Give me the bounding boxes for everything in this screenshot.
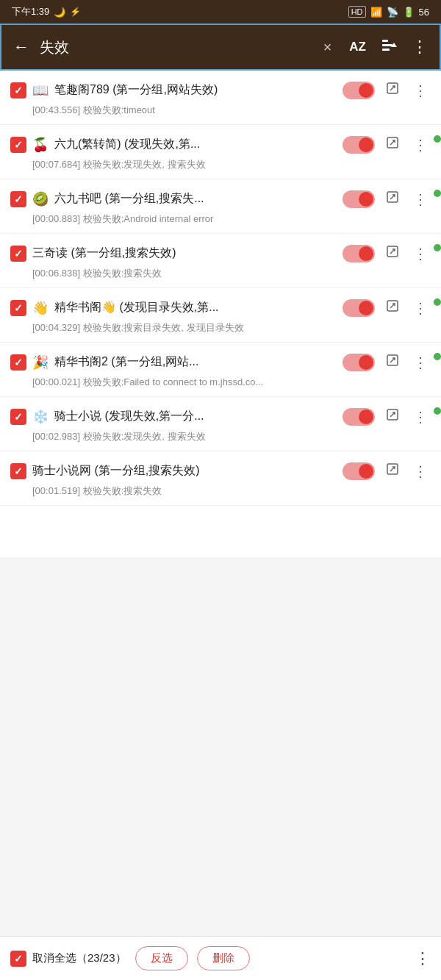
list-item: 🍒 六九(繁转简) (发现失效,第... ⋮ [00:07.684] 校验失败:… bbox=[0, 125, 441, 179]
svg-line-17 bbox=[390, 412, 395, 417]
item-more-button[interactable]: ⋮ bbox=[410, 352, 431, 373]
item-toggle[interactable] bbox=[343, 462, 375, 480]
item-row-main: 📖 笔趣阁789 (第一分组,网站失效) ⋮ bbox=[10, 79, 431, 101]
item-toggle[interactable] bbox=[343, 299, 375, 317]
item-timestamp: [00:01.519] bbox=[32, 485, 80, 496]
item-title: 笔趣阁789 (第一分组,网站失效) bbox=[54, 82, 337, 98]
invert-selection-button[interactable]: 反选 bbox=[135, 946, 188, 970]
item-more-button[interactable]: ⋮ bbox=[410, 298, 431, 318]
item-more-button[interactable]: ⋮ bbox=[410, 189, 431, 210]
toggle-knob bbox=[359, 409, 373, 424]
item-edit-button[interactable] bbox=[381, 351, 404, 373]
item-checkbox[interactable] bbox=[10, 463, 26, 479]
clear-button[interactable]: × bbox=[318, 36, 338, 59]
item-timestamp: [00:06.838] bbox=[32, 268, 80, 279]
back-button[interactable]: ← bbox=[10, 35, 32, 60]
toggle-knob bbox=[359, 83, 373, 98]
item-error-row: [00:02.983] 校验失败:发现失效, 搜索失效 bbox=[10, 430, 431, 443]
item-emoji: 🎉 bbox=[32, 354, 49, 371]
item-checkbox[interactable] bbox=[10, 354, 26, 371]
item-row-main: 三奇读 (第一分组,搜索失效) ⋮ bbox=[10, 243, 431, 264]
hd-label: HD bbox=[348, 6, 366, 18]
toggle-knob bbox=[359, 246, 373, 261]
item-error-row: [00:06.838] 校验失败:搜索失效 bbox=[10, 267, 431, 280]
status-left: 下午1:39 🌙 ⚡ bbox=[12, 5, 81, 18]
battery-level: 56 bbox=[419, 7, 429, 18]
svg-line-19 bbox=[390, 467, 395, 471]
item-title: 骑士小说网 (第一分组,搜索失效) bbox=[32, 463, 337, 479]
item-edit-button[interactable] bbox=[381, 406, 404, 427]
item-timestamp: [00:00.021] bbox=[32, 376, 80, 387]
green-status-dot bbox=[434, 407, 441, 415]
sort-icon[interactable] bbox=[378, 35, 401, 60]
item-error-row: [00:43.556] 校验失败:timeout bbox=[10, 104, 431, 117]
items-list: 📖 笔趣阁789 (第一分组,网站失效) ⋮ [00:43.556] 校验失败:… bbox=[0, 71, 441, 557]
item-edit-button[interactable] bbox=[381, 460, 404, 482]
item-more-button[interactable]: ⋮ bbox=[410, 407, 431, 427]
list-item: 骑士小说网 (第一分组,搜索失效) ⋮ [00:01.519] 校验失败:搜索失… bbox=[0, 451, 441, 506]
item-checkbox[interactable] bbox=[10, 137, 26, 153]
item-error: 校验失败:搜索目录失效, 发现目录失效 bbox=[83, 322, 244, 333]
item-error-row: [00:07.684] 校验失败:发现失效, 搜索失效 bbox=[10, 158, 431, 171]
item-emoji: 🍒 bbox=[32, 137, 49, 153]
item-more-button[interactable]: ⋮ bbox=[410, 80, 431, 101]
svg-rect-1 bbox=[382, 44, 392, 46]
toggle-knob bbox=[359, 137, 373, 152]
list-item: 🥝 六九书吧 (第一分组,搜索失... ⋮ [00:00.883] 校验失败:A… bbox=[0, 179, 441, 234]
item-row-main: ❄️ 骑士小说 (发现失效,第一分... ⋮ bbox=[10, 406, 431, 427]
item-more-button[interactable]: ⋮ bbox=[410, 135, 431, 155]
svg-line-15 bbox=[390, 358, 395, 362]
select-all-checkbox[interactable] bbox=[10, 951, 26, 967]
item-error-row: [00:04.329] 校验失败:搜索目录失效, 发现目录失效 bbox=[10, 321, 431, 335]
toggle-knob bbox=[359, 301, 373, 315]
select-all-wrap[interactable]: 取消全选（23/23） bbox=[10, 951, 126, 967]
item-edit-button[interactable] bbox=[381, 79, 404, 101]
green-status-dot bbox=[434, 353, 441, 360]
item-error-row: [00:01.519] 校验失败:搜索失效 bbox=[10, 484, 431, 498]
time-display: 下午1:39 bbox=[12, 5, 49, 18]
item-toggle[interactable] bbox=[343, 190, 375, 208]
item-checkbox[interactable] bbox=[10, 191, 26, 207]
item-checkbox[interactable] bbox=[10, 409, 26, 425]
item-more-button[interactable]: ⋮ bbox=[410, 243, 431, 264]
item-toggle[interactable] bbox=[343, 354, 375, 371]
item-toggle[interactable] bbox=[343, 245, 375, 262]
item-edit-button[interactable] bbox=[381, 243, 404, 264]
item-edit-button[interactable] bbox=[381, 297, 404, 318]
svg-rect-0 bbox=[382, 40, 388, 42]
green-status-dot bbox=[434, 244, 441, 251]
item-edit-button[interactable] bbox=[381, 134, 404, 155]
item-timestamp: [00:00.883] bbox=[32, 213, 80, 224]
item-checkbox[interactable] bbox=[10, 246, 26, 262]
item-row-main: 骑士小说网 (第一分组,搜索失效) ⋮ bbox=[10, 460, 431, 482]
svg-line-5 bbox=[390, 86, 395, 90]
item-row-main: 🎉 精华书阁2 (第一分组,网站... ⋮ bbox=[10, 351, 431, 373]
item-timestamp: [00:07.684] bbox=[32, 159, 80, 170]
item-checkbox[interactable] bbox=[10, 300, 26, 316]
item-more-button[interactable]: ⋮ bbox=[410, 461, 431, 482]
item-timestamp: [00:02.983] bbox=[32, 431, 80, 442]
item-title: 六九(繁转简) (发现失效,第... bbox=[54, 137, 337, 152]
item-toggle[interactable] bbox=[343, 408, 375, 426]
item-error: 校验失败:timeout bbox=[83, 104, 155, 115]
overflow-menu-button[interactable]: ⋮ bbox=[409, 35, 431, 60]
toggle-knob bbox=[359, 464, 373, 479]
moon-icon: 🌙 bbox=[54, 7, 65, 18]
svg-line-11 bbox=[390, 249, 395, 254]
item-toggle[interactable] bbox=[343, 82, 375, 99]
item-checkbox[interactable] bbox=[10, 82, 26, 99]
item-title: 精华书阁👋 (发现目录失效,第... bbox=[54, 300, 337, 315]
item-title: 骑士小说 (发现失效,第一分... bbox=[54, 409, 337, 424]
search-text: 失效 bbox=[40, 37, 310, 57]
list-item: 三奇读 (第一分组,搜索失效) ⋮ [00:06.838] 校验失败:搜索失效 bbox=[0, 234, 441, 288]
item-toggle[interactable] bbox=[343, 136, 375, 154]
bottom-more-button[interactable]: ⋮ bbox=[415, 949, 431, 968]
item-edit-button[interactable] bbox=[381, 188, 404, 210]
toggle-knob bbox=[359, 355, 373, 370]
delete-button[interactable]: 删除 bbox=[197, 946, 250, 970]
list-item: 📖 笔趣阁789 (第一分组,网站失效) ⋮ [00:43.556] 校验失败:… bbox=[0, 71, 441, 125]
sort-az-button[interactable]: AZ bbox=[345, 37, 370, 57]
item-emoji: 🥝 bbox=[32, 191, 49, 207]
list-item: ❄️ 骑士小说 (发现失效,第一分... ⋮ [00:02.983] 校验失败:… bbox=[0, 397, 441, 451]
battery-icon: 🔋 bbox=[403, 7, 415, 18]
